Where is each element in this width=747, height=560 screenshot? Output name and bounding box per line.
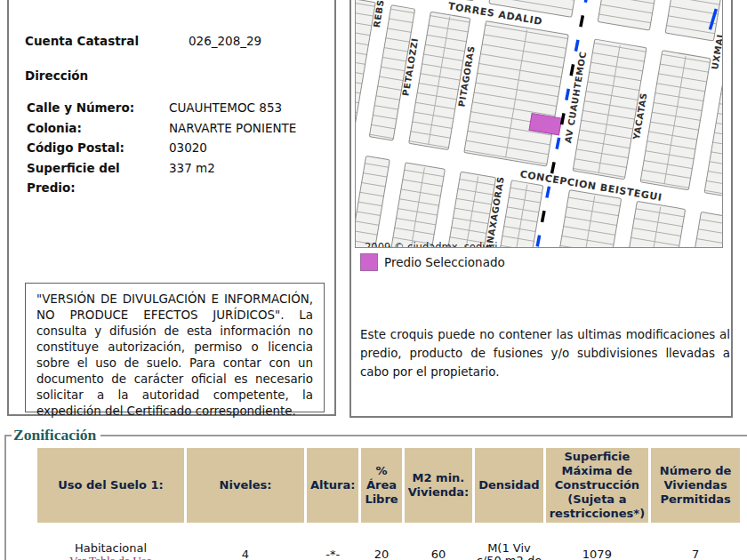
zoning-header-row: Uso del Suelo 1: Niveles: Altura: % Área… [37, 448, 740, 523]
cell-superficie-maxima: 1079 [546, 525, 648, 560]
map-attribution: 2009 © ciudadmx, seduvi [363, 241, 500, 248]
street-value: CUAUHTEMOC 853 [169, 98, 282, 118]
uso-value: Habitacional [75, 541, 147, 555]
map-viewport[interactable]: TORRES ADALID REBSAMEN PETALOZZI PITAGOR… [355, 0, 723, 248]
lot-area-label: Superficie del Predio: [27, 158, 169, 198]
zoning-section: Zonificación Uso del Suelo 1: Niveles: A… [4, 426, 747, 560]
colonia-value: NARVARTE PONIENTE [169, 118, 296, 139]
field-row-postal-code: Código Postal: 03020 [27, 138, 325, 158]
address-section-title: Dirección [25, 68, 88, 83]
postal-code-label: Código Postal: [27, 138, 169, 158]
selected-parcel-swatch [360, 253, 378, 271]
map-panel: TORRES ADALID REBSAMEN PETALOZZI PITAGOR… [349, 0, 733, 418]
header-altura: Altura: [307, 448, 358, 523]
cell-densidad: M(1 Viv c/50 m2 de [475, 525, 542, 560]
zoning-table: Uso del Suelo 1: Niveles: Altura: % Área… [35, 445, 743, 560]
header-superficie-maxima: Superficie Máxima de Construcción (Sujet… [546, 448, 648, 523]
colonia-label: Colonia: [27, 118, 169, 139]
header-uso-del-suelo: Uso del Suelo 1: [37, 448, 184, 523]
header-area-libre: % Área Libre [361, 448, 401, 523]
cell-viviendas-permitidas: 7 [651, 525, 740, 560]
header-m2-min-vivienda: M2 min. Vivienda: [405, 448, 473, 523]
header-densidad: Densidad [475, 448, 542, 523]
address-fields: Calle y Número: CUAUHTEMOC 853 Colonia: … [27, 98, 325, 198]
field-row-lot-area: Superficie del Predio: 337 m2 [27, 158, 325, 198]
map-legend: Predio Seleccionado [360, 253, 505, 271]
zoning-section-title: Zonificación [12, 426, 100, 444]
lot-area-value: 337 m2 [169, 158, 215, 198]
city-blocks: TORRES ADALID REBSAMEN PETALOZZI PITAGOR… [356, 0, 722, 247]
cell-area-libre: 20 [361, 525, 401, 560]
header-niveles: Niveles: [187, 448, 304, 523]
zoning-data-row: Habitacional Ver Tabla de Uso 4 -*- 20 6… [37, 525, 740, 560]
field-row-street: Calle y Número: CUAUHTEMOC 853 [27, 98, 325, 118]
header-viviendas-permitidas: Número de Viviendas Permitidas [651, 448, 740, 523]
cell-m2-min-vivienda: 60 [405, 525, 473, 560]
property-info-panel: Cuenta Catastral 026_208_29 Dirección Ca… [7, 0, 336, 416]
cadastral-account-label: Cuenta Catastral [25, 34, 139, 48]
croquis-map: TORRES ADALID REBSAMEN PETALOZZI PITAGOR… [356, 0, 722, 247]
cell-altura: -*- [307, 525, 358, 560]
legal-disclaimer: "VERSIÓN DE DIVULGACIÓN E INFORMACIÓN, N… [25, 283, 325, 412]
selected-parcel-legend-label: Predio Seleccionado [384, 255, 505, 269]
street-label: Calle y Número: [27, 98, 169, 118]
ver-tabla-de-uso-link[interactable]: Ver Tabla de Uso [69, 554, 152, 560]
cadastral-account-value: 026_208_29 [189, 34, 261, 48]
cell-uso-del-suelo: Habitacional Ver Tabla de Uso [37, 525, 184, 560]
postal-code-value: 03020 [169, 138, 207, 158]
field-row-colonia: Colonia: NARVARTE PONIENTE [27, 118, 325, 139]
croquis-note: Este croquis puede no contener las ultim… [360, 325, 730, 381]
cadastral-account-row: Cuenta Catastral 026_208_29 [25, 34, 318, 48]
cell-niveles: 4 [187, 525, 304, 560]
